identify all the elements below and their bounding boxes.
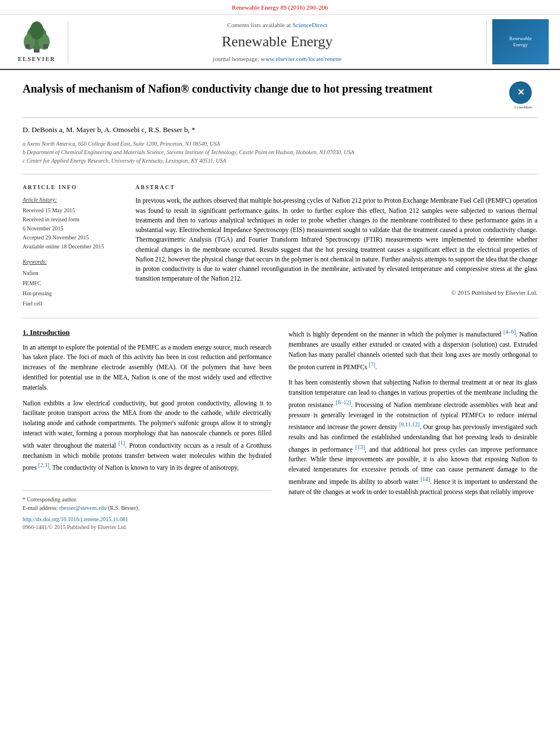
elsevier-logo: ELSEVIER: [11, 20, 62, 63]
intro-paragraph-1: In an attempt to explore the potential o…: [23, 343, 272, 393]
affiliation-b: b Department of Chemical Engineering and…: [23, 148, 537, 156]
keyword-hot-pressing: Hot-pressing: [23, 289, 124, 299]
journal-header: ELSEVIER Contents lists available at Sci…: [0, 15, 560, 70]
elsevier-brand: ELSEVIER: [18, 55, 56, 63]
article-info-panel: ARTICLE INFO Article history: Received 1…: [23, 184, 124, 309]
journal-citation: Renewable Energy 89 (2016) 200–206: [232, 4, 328, 11]
svg-rect-5: [43, 44, 48, 49]
abstract-section: ABSTRACT In previous work, the authors o…: [135, 184, 537, 309]
email-line: E-mail address: rbesser@stevens.edu (R.S…: [23, 504, 272, 512]
footnote-area: * Corresponding author. E-mail address: …: [23, 490, 272, 512]
section-1-title: 1. Introduction: [23, 327, 272, 338]
keywords-label: Keywords:: [23, 258, 124, 266]
issn-line: 0960-1481/© 2015 Published by Elsevier L…: [23, 523, 272, 531]
homepage-url[interactable]: www.elsevier.com/locate/renene: [261, 55, 342, 62]
main-body: 1. Introduction In an attempt to explore…: [23, 327, 537, 531]
crossmark-icon: ✕: [509, 81, 532, 104]
sciencedirect-link[interactable]: ScienceDirect: [292, 21, 327, 28]
revised-date: 6 November 2015: [23, 224, 124, 233]
right-column: which is highly dependent on the manner …: [288, 327, 537, 531]
email-link[interactable]: rbesser@stevens.edu: [59, 505, 107, 511]
doi-line[interactable]: http://dx.doi.org/10.1016/j.renene.2015.…: [23, 516, 272, 523]
article-title: Analysis of mechanism of Nafion® conduct…: [23, 81, 498, 96]
affiliation-a: a Axens North America, 650 College Road …: [23, 139, 537, 148]
right-paragraph-2: It has been consistently shown that subj…: [288, 378, 537, 497]
contents-available: Contents lists available at ScienceDirec…: [80, 21, 475, 29]
keyword-fuel-cell: Fuel cell: [23, 299, 124, 309]
copyright: © 2015 Published by Elsevier Ltd.: [135, 289, 537, 297]
intro-paragraph-2: Nafion exhibits a low electrical conduct…: [23, 399, 272, 473]
history-label: Article history:: [23, 196, 124, 204]
svg-point-6: [30, 21, 43, 40]
right-paragraph-1: which is highly dependent on the manner …: [288, 327, 537, 372]
journal-title: Renewable Energy: [80, 32, 475, 52]
journal-center: Contents lists available at ScienceDirec…: [68, 21, 487, 63]
received-date: Received 15 May 2015: [23, 206, 124, 215]
abstract-title: ABSTRACT: [135, 184, 537, 191]
keywords-block: Keywords: Nafion PEMFC Hot-pressing Fuel…: [23, 258, 124, 309]
article-content: Analysis of mechanism of Nafion® conduct…: [0, 70, 560, 543]
abstract-text: In previous work, the authors observed t…: [135, 196, 537, 283]
keyword-pemfc: PEMFC: [23, 278, 124, 289]
journal-citation-bar: Renewable Energy 89 (2016) 200–206: [0, 0, 560, 15]
authors-line: D. DeBonis a, M. Mayer b, A. Omosebi c, …: [23, 125, 537, 135]
accepted-date: Accepted 29 November 2015: [23, 233, 124, 242]
crossmark-logo: ✕ CrossMark: [509, 81, 537, 111]
article-title-section: Analysis of mechanism of Nafion® conduct…: [23, 81, 537, 118]
left-column: 1. Introduction In an attempt to explore…: [23, 327, 272, 531]
journal-logo-right: RenewableEnergy: [492, 19, 549, 64]
article-history-block: Article history: Received 15 May 2015 Re…: [23, 196, 124, 251]
affiliation-c: c Center for Applied Energy Research, Un…: [23, 156, 537, 165]
revised-label: Received in revised form: [23, 215, 124, 224]
content-separator: [23, 318, 537, 318]
keyword-nafion: Nafion: [23, 268, 124, 278]
journal-homepage: journal homepage: www.elsevier.com/locat…: [80, 55, 475, 63]
svg-rect-4: [25, 44, 30, 49]
corresponding-author-label: * Corresponding author.: [23, 495, 272, 504]
affiliations: a Axens North America, 650 College Road …: [23, 139, 537, 165]
article-info-title: ARTICLE INFO: [23, 184, 124, 191]
available-date: Available online 18 December 2015: [23, 242, 124, 251]
article-info-abstract: ARTICLE INFO Article history: Received 1…: [23, 174, 537, 309]
